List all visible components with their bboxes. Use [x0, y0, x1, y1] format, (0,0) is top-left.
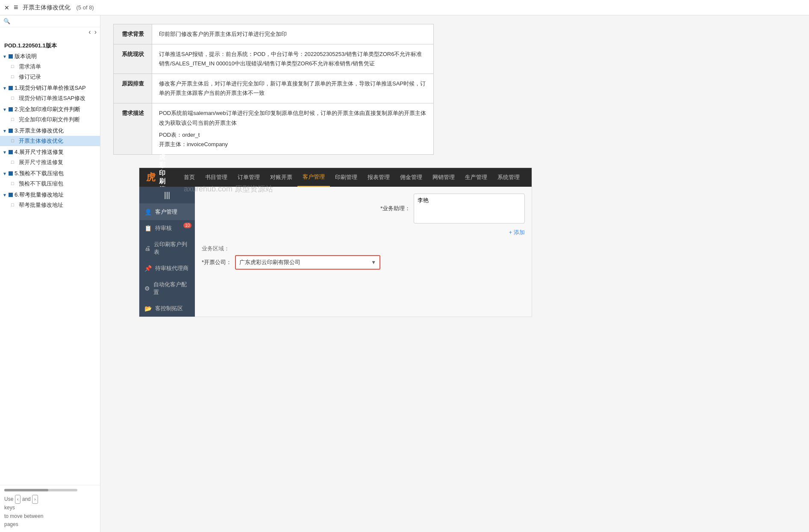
tree-item-label: 帮考批量修改地址 [19, 201, 63, 209]
search-input[interactable] [12, 18, 97, 24]
tree-item-label: 展开尺寸推送修复 [19, 159, 63, 166]
sidebar-item-label: 待审核 [155, 224, 172, 232]
app-nav-home[interactable]: 首页 [179, 168, 200, 187]
app-screenshot: 虎 虎彩印刷管理 首页 书目管理 订单管理 对账开票 客户管理 印刷管理 报表管… [139, 168, 532, 317]
group-square-icon [9, 54, 13, 59]
tree-group-invoice: ▼ 3.开票主体修改优化 □ 开票主体修改优化 [0, 126, 100, 146]
tree-group-header-precheck[interactable]: ▼ 5.预检不下载压缩包 [0, 168, 100, 179]
row-content-description: POD系统前端saleman/web订单进行完全加印复制原单信息时候，订单的开票… [152, 103, 434, 154]
tree-group-header-print[interactable]: ▼ 2.完全加印准印刷文件判断 [0, 104, 100, 115]
tree-item-print-judge[interactable]: □ 完全加印准印刷文件判断 [0, 115, 100, 125]
sidebar-item-label: 客控制拓区 [155, 305, 183, 312]
app-nav-print-mgmt[interactable]: 印刷管理 [330, 168, 362, 187]
app-nav-customers[interactable]: 客户管理 [297, 168, 330, 187]
hint-line1: Use [4, 496, 13, 502]
app-nav-production[interactable]: 生产管理 [460, 168, 492, 187]
tree-item-label: 需求清单 [19, 63, 41, 71]
scrollbar-thumb [4, 489, 48, 491]
app-nav-books[interactable]: 书目管理 [200, 168, 232, 187]
triangle-icon: ▼ [3, 150, 7, 155]
table-row-description: 需求描述 POD系统前端saleman/web订单进行完全加印复制原单信息时候，… [114, 103, 434, 154]
sidebar-item-auto-config[interactable]: ⚙ 自动化客户配置 [139, 276, 195, 300]
folder-icon: 📂 [144, 305, 152, 312]
app-nav-commission[interactable]: 佣金管理 [395, 168, 427, 187]
tree-group-label: 4.展开尺寸推送修复 [15, 148, 64, 156]
tree-item-precheck[interactable]: □ 预检不下载压缩包 [0, 179, 100, 189]
tree-item-label: 预检不下载压缩包 [19, 180, 63, 188]
key-prev: ‹ [15, 495, 21, 504]
doc-icon: □ [11, 64, 17, 70]
app-nav-billing[interactable]: 对账开票 [265, 168, 297, 187]
invoice-row: *开票公司： 广东虎彩云印刷有限公司 ▼ [202, 255, 525, 270]
doc-icon: □ [11, 95, 17, 101]
triangle-icon: ▼ [3, 86, 7, 91]
tree-group-header-invoice[interactable]: ▼ 3.开票主体修改优化 [0, 126, 100, 136]
tree-group-header-sap[interactable]: ▼ 1.现货分销订单单价推送SAP [0, 83, 100, 93]
sidebar-item-region[interactable]: 📂 客控制拓区 [139, 300, 195, 317]
app-nav-online-sales[interactable]: 网销管理 [427, 168, 460, 187]
sidebar-tree: POD.1.220501.1版本 ▼ 版本说明 □ 需求清单 □ 修订记录 [0, 37, 100, 485]
sidebar-item-label: 自动化客户配置 [153, 281, 190, 296]
tree-group-header-address[interactable]: ▼ 6.帮考批量修改地址 [0, 190, 100, 200]
nav-prev-button[interactable]: ‹ [88, 28, 91, 36]
close-button[interactable]: ✕ [4, 4, 9, 11]
content-area: 需求背景 印前部门修改客户的开票主体后对订单进行完全加印 系统现状 订单推送SA… [100, 15, 809, 532]
sidebar-item-customer-mgmt[interactable]: 👤 客户管理 [139, 204, 195, 220]
sidebar-item-pending-review[interactable]: 📋 待审核 10 [139, 220, 195, 236]
sidebar-item-pending-agent[interactable]: 📌 待审核代理商 [139, 260, 195, 276]
row-label-status: 系统现状 [114, 44, 152, 74]
tree-item-revision[interactable]: □ 修订记录 [0, 72, 100, 82]
sidebar-search-bar: 🔍 [0, 15, 100, 27]
tree-item-address[interactable]: □ 帮考批量修改地址 [0, 200, 100, 210]
tree-group-header-version[interactable]: ▼ 版本说明 [0, 51, 100, 62]
tree-group-precheck: ▼ 5.预检不下载压缩包 □ 预检不下载压缩包 [0, 168, 100, 189]
desc-line3: 开票主体：invoiceCompany [159, 140, 427, 149]
triangle-icon: ▼ [3, 193, 7, 197]
tree-group-label: 1.现货分销订单单价推送SAP [15, 84, 86, 92]
invoice-company-select[interactable]: 广东虎彩云印刷有限公司 ▼ [235, 255, 380, 270]
page-title: 开票主体修改优化 [23, 4, 71, 12]
add-button[interactable]: + 添加 [202, 229, 525, 236]
main-layout: 🔍 ‹ › POD.1.220501.1版本 ▼ 版本说明 □ 需求清单 [0, 15, 809, 532]
pin-icon: 📌 [144, 265, 152, 272]
tree-item-invoice-opt[interactable]: □ 开票主体修改优化 [0, 136, 100, 146]
sidebar-scrollbar[interactable] [4, 489, 77, 491]
tree-item-label: 开票主体修改优化 [19, 137, 63, 145]
tree-item-demand[interactable]: □ 需求清单 [0, 62, 100, 72]
invoice-company-label: *开票公司： [202, 259, 232, 266]
row-content-cause: 修改客户开票主体后，对订单进行完全加印，新订单直接复制了原单的开票主体，导致订单… [152, 74, 434, 103]
app-nav-orders[interactable]: 订单管理 [232, 168, 265, 187]
tree-item-label: 完全加印准印刷文件判断 [19, 116, 80, 123]
tree-group-label: 6.帮考批量修改地址 [15, 191, 64, 199]
assistant-input[interactable] [414, 194, 525, 223]
menu-icon[interactable]: ≡ [14, 3, 18, 12]
tree-group-address: ▼ 6.帮考批量修改地址 □ 帮考批量修改地址 [0, 190, 100, 210]
doc-icon: □ [11, 74, 17, 80]
tree-group-label: 版本说明 [15, 53, 37, 60]
sidebar: 🔍 ‹ › POD.1.220501.1版本 ▼ 版本说明 □ 需求清单 [0, 15, 100, 532]
tree-group-label: 2.完全加印准印刷文件判断 [15, 106, 80, 113]
app-nav-reports[interactable]: 报表管理 [362, 168, 395, 187]
row-content-background: 印前部门修改客户的开票主体后对订单进行完全加印 [152, 24, 434, 44]
hint-line4: to move between [4, 513, 43, 519]
tree-item-expand[interactable]: □ 展开尺寸推送修复 [0, 157, 100, 168]
tree-group-sap: ▼ 1.现货分销订单单价推送SAP □ 现货分销订单推送SAP修改 [0, 83, 100, 103]
group-square-icon [9, 193, 13, 197]
tree-group-header-expand[interactable]: ▼ 4.展开尺寸推送修复 [0, 147, 100, 157]
app-logo-icon: 虎 [146, 171, 156, 184]
sidebar-item-label: 待审核代理商 [155, 265, 188, 272]
tree-item-sap-change[interactable]: □ 现货分销订单推送SAP修改 [0, 93, 100, 103]
sidebar-toggle-button[interactable]: ||| [139, 187, 195, 204]
form-section-invoice: 业务区域： *开票公司： 广东虎彩云印刷有限公司 ▼ [202, 245, 525, 270]
nav-next-button[interactable]: › [94, 28, 97, 36]
gear-icon: ⚙ [144, 285, 150, 292]
assistant-label: *业务助理： [380, 205, 410, 212]
sidebar-item-cloud-print[interactable]: 🖨 云印刷客户列表 [139, 236, 195, 260]
app-main-content: *业务助理： + 添加 业务区域： *开票公司： 广东虎彩云印刷有限公司 [195, 187, 532, 317]
doc-icon: □ [11, 181, 17, 187]
tree-section-title: POD.1.220501.1版本 [0, 40, 100, 51]
desc-line1: POD系统前端saleman/web订单进行完全加印复制原单信息时候，订单的开票… [159, 109, 427, 127]
app-nav-system[interactable]: 系统管理 [492, 168, 525, 187]
business-area-label: 业务区域： [202, 245, 525, 253]
group-square-icon [9, 86, 13, 90]
